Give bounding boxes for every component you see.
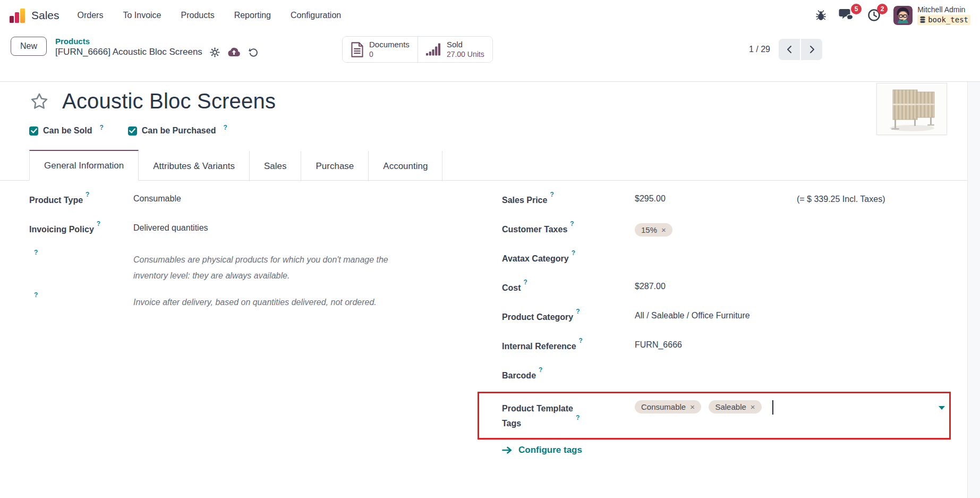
menu-configuration[interactable]: Configuration <box>291 11 341 20</box>
fields-column-left: Product Type? Consumable Invoicing Polic… <box>29 193 502 455</box>
tab-accounting[interactable]: Accounting <box>369 151 442 181</box>
menu-products[interactable]: Products <box>181 11 214 20</box>
template-tag-consumable[interactable]: Consumable× <box>635 400 701 413</box>
dropdown-caret-icon[interactable] <box>939 406 945 410</box>
customer-taxes-field: Customer Taxes? 15%× <box>502 223 951 241</box>
gear-icon[interactable] <box>210 47 220 57</box>
help-mark: ? <box>576 414 580 421</box>
help-mark: ? <box>86 191 89 198</box>
database-icon <box>919 16 926 23</box>
activities-badge: 2 <box>877 4 888 14</box>
can-be-sold-label: Can be Sold <box>43 126 92 136</box>
user-name: Mitchell Admin <box>917 5 970 15</box>
tag-remove-icon[interactable]: × <box>661 225 666 234</box>
bar-chart-icon <box>426 43 441 56</box>
customer-taxes-label: Customer Taxes? <box>502 223 635 234</box>
app-logo-icon[interactable] <box>10 8 25 23</box>
product-title[interactable]: Acoustic Bloc Screens <box>62 89 276 113</box>
can-be-purchased-checkbox[interactable] <box>128 126 137 136</box>
main-menu: Orders To Invoice Products Reporting Con… <box>78 11 342 20</box>
tab-general-information[interactable]: General Information <box>29 150 139 181</box>
messages-badge: 5 <box>851 4 862 14</box>
app-name[interactable]: Sales <box>31 9 59 22</box>
product-category-value[interactable]: All / Saleable / Office Furniture <box>635 310 750 320</box>
discard-undo-icon[interactable] <box>248 47 259 57</box>
documents-count: 0 <box>369 50 410 60</box>
invoicing-policy-helper-text: Invoice after delivery, based on quantit… <box>133 294 377 310</box>
tag-remove-icon[interactable]: × <box>751 402 755 411</box>
chevron-left-icon <box>786 45 794 54</box>
sold-label: Sold <box>447 40 484 50</box>
cost-label: Cost? <box>502 281 635 293</box>
document-icon <box>351 42 364 57</box>
cost-field: Cost? $287.00 <box>502 281 951 299</box>
tab-purchase[interactable]: Purchase <box>301 151 369 181</box>
product-template-tags-input[interactable]: Consumable× Saleable× <box>635 398 773 415</box>
pager: 1 / 29 <box>749 39 822 60</box>
documents-smart-button[interactable]: Documents 0 <box>343 37 417 62</box>
template-tag-saleable[interactable]: Saleable× <box>709 400 761 413</box>
user-avatar <box>893 6 913 25</box>
control-panel: New Products [FURN_6666] Acoustic Bloc S… <box>0 30 980 82</box>
can-be-purchased-field: Can be Purchased ? <box>128 126 227 136</box>
sales-price-value[interactable]: $295.00 <box>635 193 666 204</box>
internal-reference-value[interactable]: FURN_6666 <box>635 340 682 350</box>
product-template-tags-field: Product Template Tags? Consumable× Salea… <box>502 398 951 436</box>
configure-tags-label: Configure tags <box>518 445 582 455</box>
help-mark: ? <box>524 278 527 286</box>
sales-price-field: Sales Price? $295.00 (= $ 339.25 Incl. T… <box>502 193 951 212</box>
can-be-sold-checkbox[interactable] <box>29 126 38 136</box>
smart-buttons: Documents 0 Sold 27.00 Units <box>342 36 493 63</box>
menu-to-invoice[interactable]: To Invoice <box>123 11 161 20</box>
help-mark: ? <box>97 220 100 227</box>
breadcrumb-products-link[interactable]: Products <box>55 37 259 46</box>
product-type-label: Product Type? <box>29 193 133 205</box>
tab-attributes-variants[interactable]: Attributes & Variants <box>139 151 250 181</box>
unsaved-cloud-upload-icon[interactable] <box>227 47 241 57</box>
product-image[interactable] <box>876 83 947 135</box>
product-type-helper: ? Consumables are physical products for … <box>29 252 502 284</box>
fields-column-right: Sales Price? $295.00 (= $ 339.25 Incl. T… <box>502 193 951 455</box>
can-be-sold-field: Can be Sold ? <box>29 126 104 136</box>
debug-bug-icon[interactable] <box>816 10 826 21</box>
help-mark: ? <box>34 291 38 299</box>
menu-reporting[interactable]: Reporting <box>234 11 271 20</box>
help-mark: ? <box>576 308 580 315</box>
configure-tags-link[interactable]: Configure tags <box>502 445 951 455</box>
help-mark: ? <box>34 249 38 256</box>
sales-price-incl-taxes: (= $ 339.25 Incl. Taxes) <box>797 195 885 204</box>
user-menu[interactable]: Mitchell Admin book_test <box>893 5 970 25</box>
arrow-right-icon <box>502 446 513 454</box>
invoicing-policy-value[interactable]: Delivered quantities <box>133 223 208 233</box>
documents-label: Documents <box>369 40 410 50</box>
sold-smart-button[interactable]: Sold 27.00 Units <box>417 37 492 62</box>
help-mark: ? <box>579 337 583 344</box>
can-be-purchased-label: Can be Purchased <box>142 126 216 136</box>
notebook-tabs: General Information Attributes & Variant… <box>0 150 980 181</box>
product-category-label: Product Category? <box>502 310 635 322</box>
menu-orders[interactable]: Orders <box>78 11 104 20</box>
product-category-field: Product Category? All / Saleable / Offic… <box>502 310 951 328</box>
customer-tax-tag[interactable]: 15%× <box>635 223 672 237</box>
new-button[interactable]: New <box>11 37 47 56</box>
sales-price-label: Sales Price? <box>502 193 635 205</box>
messages-icon[interactable]: 5 <box>839 9 855 22</box>
pager-next-button[interactable] <box>801 39 822 60</box>
tab-sales[interactable]: Sales <box>250 151 302 181</box>
help-mark: ? <box>223 124 227 131</box>
tag-remove-icon[interactable]: × <box>690 402 695 411</box>
scrollbar-track[interactable] <box>967 82 980 498</box>
help-mark: ? <box>550 191 553 198</box>
pager-previous-button[interactable] <box>779 39 800 60</box>
invoicing-policy-label: Invoicing Policy? <box>29 223 133 234</box>
avatax-category-field: Avatax Category? <box>502 252 951 270</box>
cost-value[interactable]: $287.00 <box>635 281 666 291</box>
activities-clock-icon[interactable]: 2 <box>867 9 881 22</box>
breadcrumb: Products [FURN_6666] Acoustic Bloc Scree… <box>55 37 259 57</box>
favorite-star-icon[interactable] <box>29 92 49 111</box>
breadcrumb-current: [FURN_6666] Acoustic Bloc Screens <box>55 47 202 57</box>
internal-reference-field: Internal Reference? FURN_6666 <box>502 340 951 358</box>
product-type-value[interactable]: Consumable <box>133 193 181 204</box>
barcode-label: Barcode? <box>502 369 635 381</box>
database-chip: book_test <box>917 15 970 26</box>
